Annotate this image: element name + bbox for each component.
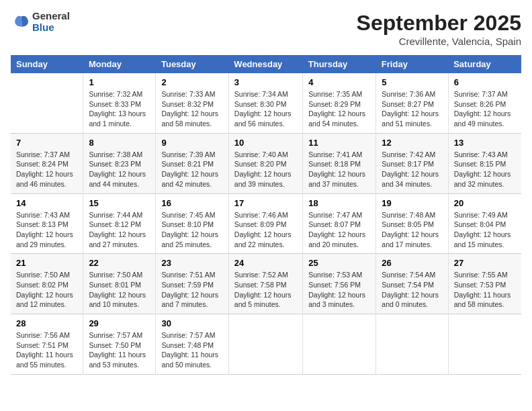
month-title: September 2025	[357, 11, 521, 36]
day-number: 5	[382, 77, 442, 87]
day-number: 13	[454, 138, 516, 148]
day-number: 26	[382, 258, 442, 268]
logo-general: General	[32, 11, 70, 22]
day-info: Sunrise: 7:47 AMSunset: 8:07 PMDaylight:…	[308, 210, 370, 250]
calendar-day-cell	[376, 314, 448, 375]
calendar-day-cell: 22Sunrise: 7:50 AMSunset: 8:01 PMDayligh…	[83, 254, 156, 314]
day-number: 12	[382, 138, 442, 148]
day-info: Sunrise: 7:53 AMSunset: 7:56 PMDaylight:…	[308, 270, 370, 310]
day-number: 24	[234, 258, 297, 268]
header-tuesday: Tuesday	[156, 55, 228, 73]
day-number: 20	[454, 198, 516, 208]
calendar-day-cell	[228, 314, 302, 375]
day-number: 23	[161, 258, 222, 268]
calendar-day-cell: 26Sunrise: 7:54 AMSunset: 7:54 PMDayligh…	[376, 254, 448, 314]
day-info: Sunrise: 7:55 AMSunset: 7:53 PMDaylight:…	[454, 270, 516, 310]
day-number: 28	[16, 318, 77, 328]
day-info: Sunrise: 7:42 AMSunset: 8:17 PMDaylight:…	[382, 150, 442, 189]
day-number: 21	[16, 258, 77, 268]
calendar-day-cell: 5Sunrise: 7:36 AMSunset: 8:27 PMDaylight…	[376, 73, 448, 133]
day-number: 17	[234, 198, 297, 208]
logo-text: General Blue	[32, 11, 70, 33]
day-number: 7	[16, 138, 77, 148]
calendar-day-cell: 6Sunrise: 7:37 AMSunset: 8:26 PMDaylight…	[448, 73, 521, 133]
calendar-day-cell: 12Sunrise: 7:42 AMSunset: 8:17 PMDayligh…	[376, 133, 448, 193]
day-number: 8	[89, 138, 150, 148]
day-info: Sunrise: 7:45 AMSunset: 8:10 PMDaylight:…	[161, 210, 222, 250]
day-number: 4	[308, 77, 370, 87]
calendar-day-cell: 18Sunrise: 7:47 AMSunset: 8:07 PMDayligh…	[303, 193, 376, 254]
day-info: Sunrise: 7:52 AMSunset: 7:58 PMDaylight:…	[234, 270, 297, 310]
day-number: 10	[234, 138, 297, 148]
day-number: 30	[161, 318, 222, 328]
day-info: Sunrise: 7:50 AMSunset: 8:02 PMDaylight:…	[16, 270, 77, 310]
calendar-day-cell: 28Sunrise: 7:56 AMSunset: 7:51 PMDayligh…	[11, 314, 83, 375]
day-number: 19	[382, 198, 442, 208]
calendar-day-cell	[303, 314, 376, 375]
day-info: Sunrise: 7:35 AMSunset: 8:29 PMDaylight:…	[308, 89, 370, 129]
day-info: Sunrise: 7:41 AMSunset: 8:18 PMDaylight:…	[308, 150, 370, 189]
calendar-day-cell: 20Sunrise: 7:49 AMSunset: 8:04 PMDayligh…	[448, 193, 521, 254]
calendar-day-cell: 25Sunrise: 7:53 AMSunset: 7:56 PMDayligh…	[303, 254, 376, 314]
calendar-day-cell: 10Sunrise: 7:40 AMSunset: 8:20 PMDayligh…	[228, 133, 302, 193]
header-friday: Friday	[376, 55, 448, 73]
calendar-day-cell: 24Sunrise: 7:52 AMSunset: 7:58 PMDayligh…	[228, 254, 302, 314]
day-number: 29	[89, 318, 150, 328]
day-info: Sunrise: 7:43 AMSunset: 8:15 PMDaylight:…	[454, 150, 516, 189]
day-info: Sunrise: 7:48 AMSunset: 8:05 PMDaylight:…	[382, 210, 442, 250]
calendar-day-cell: 13Sunrise: 7:43 AMSunset: 8:15 PMDayligh…	[448, 133, 521, 193]
calendar-day-cell: 8Sunrise: 7:38 AMSunset: 8:23 PMDaylight…	[83, 133, 156, 193]
calendar-day-cell: 27Sunrise: 7:55 AMSunset: 7:53 PMDayligh…	[448, 254, 521, 314]
day-number: 11	[308, 138, 370, 148]
day-info: Sunrise: 7:34 AMSunset: 8:30 PMDaylight:…	[234, 89, 297, 129]
header-monday: Monday	[83, 55, 156, 73]
day-number: 2	[161, 77, 222, 87]
day-number: 9	[161, 138, 222, 148]
day-info: Sunrise: 7:40 AMSunset: 8:20 PMDaylight:…	[234, 150, 297, 189]
calendar-day-cell: 3Sunrise: 7:34 AMSunset: 8:30 PMDaylight…	[228, 73, 302, 133]
day-info: Sunrise: 7:57 AMSunset: 7:48 PMDaylight:…	[161, 330, 222, 370]
day-info: Sunrise: 7:36 AMSunset: 8:27 PMDaylight:…	[382, 89, 442, 129]
calendar-day-cell: 23Sunrise: 7:51 AMSunset: 7:59 PMDayligh…	[156, 254, 228, 314]
page-header: General Blue September 2025 Crevillente,…	[11, 11, 521, 47]
day-number: 14	[16, 198, 77, 208]
calendar-header-row: Sunday Monday Tuesday Wednesday Thursday…	[11, 55, 521, 73]
day-number: 22	[89, 258, 150, 268]
calendar-day-cell	[448, 314, 521, 375]
logo: General Blue	[11, 11, 70, 33]
calendar-week-row: 7Sunrise: 7:37 AMSunset: 8:24 PMDaylight…	[11, 133, 521, 193]
day-info: Sunrise: 7:51 AMSunset: 7:59 PMDaylight:…	[161, 270, 222, 310]
location-subtitle: Crevillente, Valencia, Spain	[357, 36, 521, 47]
header-thursday: Thursday	[303, 55, 376, 73]
calendar-day-cell: 30Sunrise: 7:57 AMSunset: 7:48 PMDayligh…	[156, 314, 228, 375]
day-info: Sunrise: 7:46 AMSunset: 8:09 PMDaylight:…	[234, 210, 297, 250]
day-info: Sunrise: 7:56 AMSunset: 7:51 PMDaylight:…	[16, 330, 77, 370]
calendar-day-cell: 15Sunrise: 7:44 AMSunset: 8:12 PMDayligh…	[83, 193, 156, 254]
calendar-day-cell: 14Sunrise: 7:43 AMSunset: 8:13 PMDayligh…	[11, 193, 83, 254]
day-number: 1	[89, 77, 150, 87]
day-info: Sunrise: 7:33 AMSunset: 8:32 PMDaylight:…	[161, 89, 222, 129]
day-info: Sunrise: 7:37 AMSunset: 8:26 PMDaylight:…	[454, 89, 516, 129]
day-info: Sunrise: 7:49 AMSunset: 8:04 PMDaylight:…	[454, 210, 516, 250]
day-number: 3	[234, 77, 297, 87]
calendar-day-cell: 29Sunrise: 7:57 AMSunset: 7:50 PMDayligh…	[83, 314, 156, 375]
calendar-week-row: 28Sunrise: 7:56 AMSunset: 7:51 PMDayligh…	[11, 314, 521, 375]
calendar-day-cell: 7Sunrise: 7:37 AMSunset: 8:24 PMDaylight…	[11, 133, 83, 193]
day-number: 18	[308, 198, 370, 208]
calendar-week-row: 14Sunrise: 7:43 AMSunset: 8:13 PMDayligh…	[11, 193, 521, 254]
day-info: Sunrise: 7:44 AMSunset: 8:12 PMDaylight:…	[89, 210, 150, 250]
day-number: 6	[454, 77, 516, 87]
day-info: Sunrise: 7:54 AMSunset: 7:54 PMDaylight:…	[382, 270, 442, 310]
calendar-day-cell: 4Sunrise: 7:35 AMSunset: 8:29 PMDaylight…	[303, 73, 376, 133]
logo-blue: Blue	[32, 22, 70, 34]
day-number: 27	[454, 258, 516, 268]
calendar-week-row: 21Sunrise: 7:50 AMSunset: 8:02 PMDayligh…	[11, 254, 521, 314]
calendar-day-cell: 9Sunrise: 7:39 AMSunset: 8:21 PMDaylight…	[156, 133, 228, 193]
calendar-week-row: 1Sunrise: 7:32 AMSunset: 8:33 PMDaylight…	[11, 73, 521, 133]
calendar-day-cell	[11, 73, 83, 133]
day-info: Sunrise: 7:39 AMSunset: 8:21 PMDaylight:…	[161, 150, 222, 189]
title-area: September 2025 Crevillente, Valencia, Sp…	[357, 11, 521, 47]
day-info: Sunrise: 7:57 AMSunset: 7:50 PMDaylight:…	[89, 330, 150, 370]
day-info: Sunrise: 7:43 AMSunset: 8:13 PMDaylight:…	[16, 210, 77, 250]
header-saturday: Saturday	[448, 55, 521, 73]
